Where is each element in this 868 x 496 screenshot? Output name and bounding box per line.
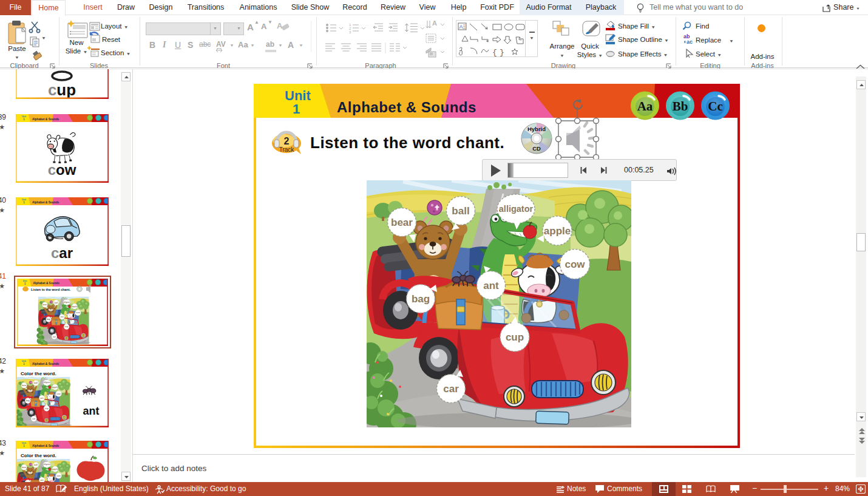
svg-text:Alphabet & Sounds: Alphabet & Sounds bbox=[337, 99, 476, 115]
svg-text:Cc: Cc bbox=[708, 99, 723, 114]
svg-text:Aa: Aa bbox=[637, 99, 653, 114]
svg-text:cup: cup bbox=[48, 81, 76, 99]
svg-text:2: 2 bbox=[284, 136, 290, 146]
svg-text:A: A bbox=[432, 19, 437, 27]
svg-text:Listen to the word chant.: Listen to the word chant. bbox=[31, 288, 71, 291]
svg-text:Bb: Bb bbox=[673, 99, 688, 114]
svg-text:Color the word.: Color the word. bbox=[21, 371, 56, 376]
svg-text:Track: Track bbox=[279, 146, 295, 153]
svg-text:{: { bbox=[492, 48, 497, 56]
svg-text:3: 3 bbox=[349, 30, 351, 34]
svg-text:A: A bbox=[277, 21, 283, 30]
svg-text:car: car bbox=[51, 245, 73, 261]
svg-text:ac: ac bbox=[687, 39, 693, 45]
svg-text:cow: cow bbox=[48, 161, 76, 178]
svg-text:ant: ant bbox=[83, 405, 100, 417]
svg-text:A: A bbox=[459, 24, 463, 30]
svg-text:CD: CD bbox=[532, 145, 541, 152]
svg-text:Hybrid: Hybrid bbox=[527, 126, 546, 132]
svg-text:Color the word.: Color the word. bbox=[21, 453, 56, 458]
svg-text:}: } bbox=[500, 48, 504, 56]
svg-text:1: 1 bbox=[293, 101, 300, 117]
